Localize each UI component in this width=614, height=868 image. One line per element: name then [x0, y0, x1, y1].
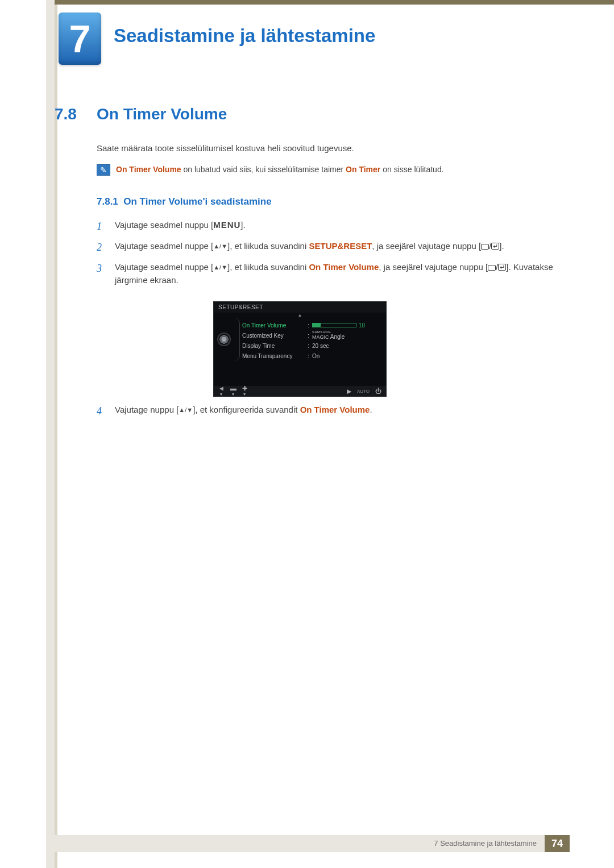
highlight: On Timer Volume — [300, 405, 370, 414]
updown-arrows-icon: ▲/▼ — [213, 242, 227, 251]
section-title: On Timer Volume — [97, 105, 227, 123]
note-term1: On Timer Volume — [116, 165, 181, 174]
step-4-wrap: 4 Vajutage nuppu [▲/▼], et konfigureerid… — [97, 404, 563, 425]
section-intro: Saate määrata toote sisselülitumisel kos… — [97, 143, 563, 153]
updown-arrows-icon: ▲/▼ — [213, 263, 227, 272]
gear-icon — [218, 334, 230, 345]
note-icon: ✎ — [97, 164, 110, 176]
left-strip-accent — [55, 0, 57, 868]
osd-label: On Timer Volume — [242, 322, 308, 329]
note-end: on sisse lülitatud. — [380, 165, 443, 174]
step-num: 3 — [97, 261, 107, 286]
step-num: 1 — [97, 219, 107, 234]
step-num: 2 — [97, 240, 107, 255]
page-footer: 7 Seadistamine ja lähtestamine 74 — [46, 835, 570, 852]
chapter-title: Seadistamine ja lähtestamine — [114, 25, 375, 47]
page: 7 Seadistamine ja lähtestamine 7.8 On Ti… — [0, 0, 614, 868]
highlight: On Timer Volume — [309, 262, 379, 272]
osd-play-icon: ▶ — [347, 388, 351, 394]
osd-footer-left: ◄▾ ▬▾ ✚▾ — [218, 385, 247, 397]
osd-gear-column — [214, 318, 234, 361]
osd-value: SAMSUNGMAGIC Angle — [312, 331, 381, 340]
osd-row-menu-transparency: Menu Transparency : On — [242, 351, 381, 361]
step-text: Vajutage nuppu [▲/▼], et konfigureerida … — [115, 404, 372, 419]
step-text: Vajutage seadmel nuppe [▲/▼], et liikuda… — [115, 240, 504, 255]
osd-power-icon: ⏻ — [375, 388, 381, 394]
osd-body: On Timer Volume : 10 Customized Key : SA… — [214, 318, 386, 361]
osd-row-customized-key: Customized Key : SAMSUNGMAGIC Angle — [242, 330, 381, 340]
note-term2: On Timer — [346, 165, 380, 174]
section-number: 7.8 — [55, 105, 77, 123]
note-mid1: on lubatud vaid siis, kui sisselülitamis… — [181, 165, 346, 174]
osd-title: SETUP&RESET — [214, 302, 386, 313]
updown-arrows-icon: ▲/▼ — [179, 405, 193, 415]
osd-auto-label: AUTO — [357, 389, 370, 394]
osd-value: On — [312, 353, 381, 359]
source-icon — [488, 265, 496, 271]
osd-footer: ◄▾ ▬▾ ✚▾ ▶ AUTO ⏻ — [214, 386, 386, 396]
osd-value: 20 sec — [312, 343, 381, 349]
osd-minus-icon: ▬▾ — [230, 385, 237, 397]
osd-rows: On Timer Volume : 10 Customized Key : SA… — [242, 318, 386, 361]
osd-row-display-time: Display Time : 20 sec — [242, 340, 381, 351]
note-row: ✎ On Timer Volume on lubatud vaid siis, … — [97, 164, 563, 176]
footer-page-number: 74 — [545, 835, 570, 852]
highlight: SETUP&RESET — [309, 241, 372, 251]
osd-scroll-up-icon: ▲ — [214, 313, 386, 318]
slider-value: 10 — [359, 322, 365, 329]
step-4: 4 Vajutage nuppu [▲/▼], et konfigureerid… — [97, 404, 563, 419]
magic-label: SAMSUNGMAGIC — [312, 331, 381, 340]
chapter-badge: 7 — [59, 13, 101, 65]
osd-plus-icon: ✚▾ — [242, 385, 247, 397]
enter-icon — [498, 264, 506, 271]
note-text: On Timer Volume on lubatud vaid siis, ku… — [116, 164, 563, 174]
footer-label: 7 Seadistamine ja lähtestamine — [426, 835, 545, 852]
osd-curve — [234, 318, 240, 361]
step-3: 3 Vajutage seadmel nuppe [▲/▼], et liiku… — [97, 261, 563, 286]
osd-screenshot: SETUP&RESET ▲ On Timer Volume : 10 Custo… — [213, 301, 387, 397]
osd-row-on-timer-volume: On Timer Volume : 10 — [242, 320, 381, 330]
osd-back-icon: ◄▾ — [218, 385, 225, 397]
menu-label: MENU — [213, 220, 240, 230]
step-1: 1 Vajutage seadmel nuppu [MENU]. — [97, 219, 563, 234]
osd-label: Menu Transparency — [242, 353, 308, 359]
slider-track — [312, 323, 356, 327]
step-2: 2 Vajutage seadmel nuppe [▲/▼], et liiku… — [97, 240, 563, 255]
osd-slider: 10 — [312, 322, 381, 329]
steps-list: 1 Vajutage seadmel nuppu [MENU]. 2 Vajut… — [97, 219, 563, 292]
subsection-heading: 7.8.1 On Timer Volume'i seadistamine — [97, 196, 272, 207]
step-text: Vajutage seadmel nuppu [MENU]. — [115, 219, 246, 234]
enter-icon — [491, 243, 499, 250]
subsection-title: On Timer Volume'i seadistamine — [123, 196, 271, 207]
top-bar — [55, 0, 614, 5]
osd-footer-right: ▶ AUTO ⏻ — [347, 388, 381, 394]
left-strip — [46, 0, 55, 868]
step-num: 4 — [97, 404, 107, 419]
osd-label: Display Time — [242, 343, 308, 349]
osd-label: Customized Key — [242, 333, 308, 339]
source-icon — [481, 244, 489, 250]
step-text: Vajutage seadmel nuppe [▲/▼], et liikuda… — [115, 261, 563, 286]
subsection-number: 7.8.1 — [97, 196, 118, 207]
